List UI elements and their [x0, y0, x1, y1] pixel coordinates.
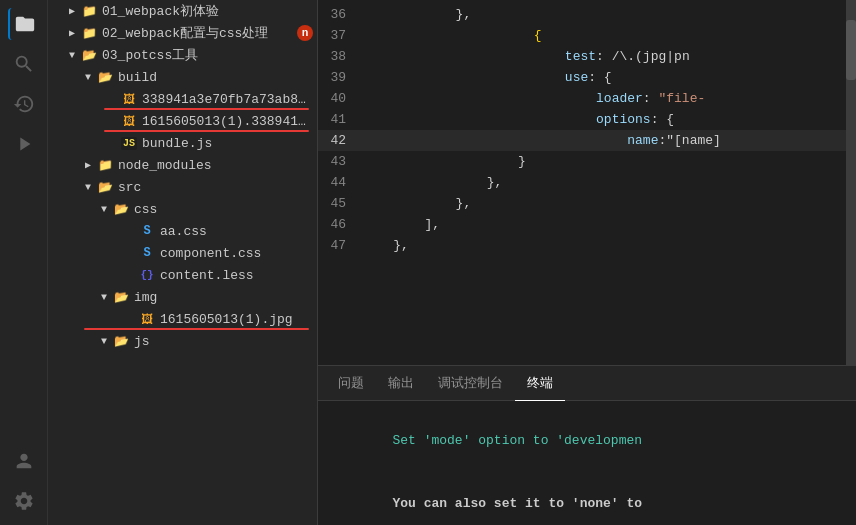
- folder-icon: 📁: [80, 25, 98, 41]
- line-number: 36: [318, 7, 362, 22]
- spacer: [122, 245, 138, 261]
- file-label: content.less: [160, 268, 254, 283]
- list-item[interactable]: ▼ 📂 js: [48, 330, 317, 352]
- line-number: 45: [318, 196, 362, 211]
- chevron-down-icon: ▼: [96, 289, 112, 305]
- list-item[interactable]: 🖼 1615605013(1).338941.jpg: [48, 110, 317, 132]
- activity-bar: [0, 0, 48, 525]
- file-label: 1615605013(1).338941.jpg: [142, 114, 313, 129]
- line-text: },: [362, 196, 471, 211]
- line-text: },: [362, 175, 502, 190]
- list-item[interactable]: ▼ 📂 src: [48, 176, 317, 198]
- list-item[interactable]: ▼ 📂 03_potcss工具: [48, 44, 317, 66]
- chevron-down-icon: ▼: [64, 47, 80, 63]
- chevron-right-icon: ▶: [64, 3, 80, 19]
- tab-terminal[interactable]: 终端: [515, 366, 565, 401]
- image-icon: 🖼: [120, 113, 138, 129]
- terminal-line-1: Set 'mode' option to 'developmen: [330, 409, 844, 472]
- file-label: js: [134, 334, 150, 349]
- spacer: [122, 311, 138, 327]
- tab-problems[interactable]: 问题: [326, 366, 376, 401]
- folder-open-icon: 📂: [80, 47, 98, 63]
- spacer: [104, 113, 120, 129]
- git-icon[interactable]: [8, 88, 40, 120]
- files-icon[interactable]: [8, 8, 40, 40]
- chevron-right-icon: ▶: [64, 25, 80, 41]
- spacer: [122, 223, 138, 239]
- folder-build-icon: 📂: [96, 69, 114, 85]
- editor-area: 36 }, 37 { 38 test: /\.(jpg|pn: [318, 0, 856, 525]
- css-file-icon: S: [138, 245, 156, 261]
- image-file-icon: 🖼: [138, 311, 156, 327]
- list-item[interactable]: S aa.css: [48, 220, 317, 242]
- list-item[interactable]: ▼ 📂 img: [48, 286, 317, 308]
- file-label: aa.css: [160, 224, 207, 239]
- line-number: 41: [318, 112, 362, 127]
- line-number: 37: [318, 28, 362, 43]
- file-label: 03_potcss工具: [102, 46, 198, 64]
- folder-icon: 📁: [80, 3, 98, 19]
- chevron-down-icon: ▼: [80, 69, 96, 85]
- code-line-47: 47 },: [318, 235, 856, 256]
- code-editor[interactable]: 36 }, 37 { 38 test: /\.(jpg|pn: [318, 0, 856, 365]
- folder-img-icon: 📂: [112, 289, 130, 305]
- list-item[interactable]: ▼ 📂 css: [48, 198, 317, 220]
- folder-src-icon: 📂: [96, 179, 114, 195]
- line-text: }: [362, 154, 526, 169]
- folder-js-icon: 📂: [112, 333, 130, 349]
- tab-output[interactable]: 输出: [376, 366, 426, 401]
- list-item[interactable]: {} content.less: [48, 264, 317, 286]
- chevron-down-icon: ▼: [96, 333, 112, 349]
- code-line-42: 42 name:"[name]: [318, 130, 856, 151]
- panel-tabs: 问题 输出 调试控制台 终端: [318, 366, 856, 401]
- debug-icon[interactable]: [8, 128, 40, 160]
- terminal-line-2: You can also set it to 'none' to: [330, 472, 844, 525]
- file-label: 01_webpack初体验: [102, 2, 219, 20]
- list-item[interactable]: S component.css: [48, 242, 317, 264]
- line-number: 47: [318, 238, 362, 253]
- line-number: 46: [318, 217, 362, 232]
- vertical-scrollbar[interactable]: [846, 0, 856, 365]
- css-file-icon: S: [138, 223, 156, 239]
- search-icon[interactable]: [8, 48, 40, 80]
- settings-icon[interactable]: [8, 485, 40, 517]
- code-line-44: 44 },: [318, 172, 856, 193]
- file-label: src: [118, 180, 141, 195]
- tab-debug-console[interactable]: 调试控制台: [426, 366, 515, 401]
- line-text: },: [362, 238, 409, 253]
- file-label: css: [134, 202, 157, 217]
- file-label: bundle.js: [142, 136, 212, 151]
- folder-css-icon: 📂: [112, 201, 130, 217]
- account-icon[interactable]: [8, 445, 40, 477]
- line-number: 44: [318, 175, 362, 190]
- scrollbar-thumb[interactable]: [846, 20, 856, 80]
- list-item[interactable]: JS bundle.js: [48, 132, 317, 154]
- line-number: 39: [318, 70, 362, 85]
- line-number: 40: [318, 91, 362, 106]
- file-explorer: ▶ 📁 01_webpack初体验 ▶ 📁 02_webpack配置与css处理…: [48, 0, 318, 525]
- chevron-down-icon: ▼: [96, 201, 112, 217]
- file-label: 338941a3e70fb7a73ab84fda10fd1...: [142, 92, 313, 107]
- less-file-icon: {}: [138, 267, 156, 283]
- line-number: 43: [318, 154, 362, 169]
- spacer: [104, 91, 120, 107]
- file-label: component.css: [160, 246, 261, 261]
- list-item[interactable]: ▶ 📁 02_webpack配置与css处理 n: [48, 22, 317, 44]
- list-item[interactable]: ▼ 📂 build: [48, 66, 317, 88]
- code-line-46: 46 ],: [318, 214, 856, 235]
- list-item[interactable]: 🖼 1615605013(1).jpg: [48, 308, 317, 330]
- spacer: [122, 267, 138, 283]
- list-item[interactable]: ▶ 📁 node_modules: [48, 154, 317, 176]
- list-item[interactable]: ▶ 📁 01_webpack初体验: [48, 0, 317, 22]
- terminal-content[interactable]: Set 'mode' option to 'developmen You can…: [318, 401, 856, 525]
- chevron-down-icon: ▼: [80, 179, 96, 195]
- code-line-45: 45 },: [318, 193, 856, 214]
- file-label: 1615605013(1).jpg: [160, 312, 293, 327]
- file-label: build: [118, 70, 157, 85]
- folder-node-icon: 📁: [96, 157, 114, 173]
- file-label: 02_webpack配置与css处理: [102, 24, 268, 42]
- line-number: 38: [318, 49, 362, 64]
- line-text: ],: [362, 217, 440, 232]
- js-file-icon: JS: [120, 135, 138, 151]
- list-item[interactable]: 🖼 338941a3e70fb7a73ab84fda10fd1...: [48, 88, 317, 110]
